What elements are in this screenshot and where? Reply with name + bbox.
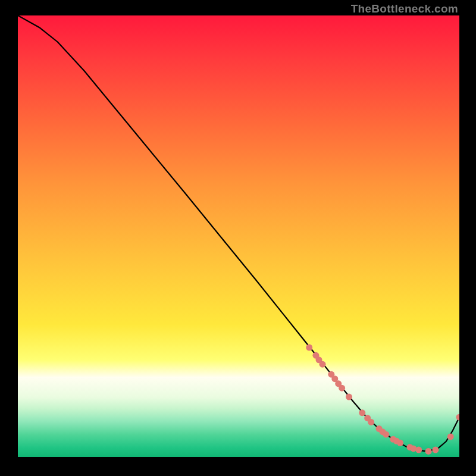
branding-watermark: TheBottleneck.com bbox=[351, 2, 458, 15]
plot-area bbox=[18, 15, 459, 457]
plot-background-gradient bbox=[18, 15, 459, 457]
chart-stage: TheBottleneck.com bbox=[0, 0, 476, 476]
